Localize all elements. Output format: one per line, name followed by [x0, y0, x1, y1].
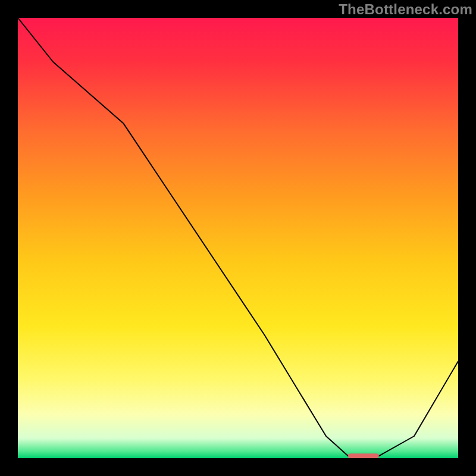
gradient-background [18, 18, 458, 458]
plot-area [18, 18, 458, 458]
optimum-marker [348, 453, 379, 458]
chart-svg [18, 18, 458, 458]
chart-frame: TheBottleneck.com [0, 0, 476, 476]
watermark-text: TheBottleneck.com [339, 1, 472, 18]
